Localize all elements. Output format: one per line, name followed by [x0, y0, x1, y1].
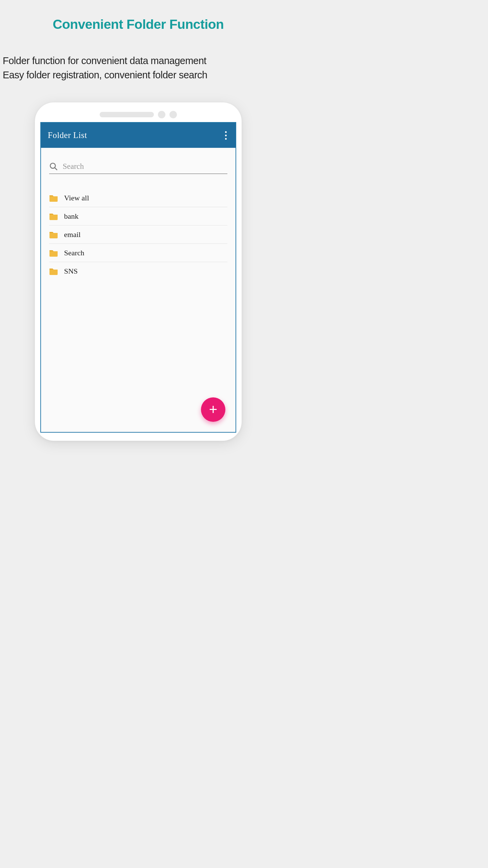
folder-icon — [49, 249, 58, 257]
speaker-bar — [100, 112, 154, 117]
add-folder-button[interactable]: + — [201, 397, 225, 422]
folder-item-bank[interactable]: bank — [49, 207, 227, 225]
more-menu-button[interactable] — [223, 129, 229, 142]
search-input[interactable]: Search — [49, 162, 227, 174]
folder-list: View all bank email — [49, 189, 227, 280]
phone-frame: Folder List Search View a — [35, 102, 242, 441]
folder-item-search[interactable]: Search — [49, 244, 227, 262]
folder-label: Search — [64, 249, 84, 257]
description-line-2: Easy folder registration, convenient fol… — [3, 68, 274, 82]
app-bar: Folder List — [41, 123, 236, 148]
folder-icon — [49, 194, 58, 202]
camera-dot — [169, 111, 177, 118]
description-block: Folder function for convenient data mana… — [0, 54, 277, 82]
folder-icon — [49, 268, 58, 275]
folder-label: bank — [64, 212, 79, 221]
search-icon — [49, 162, 58, 171]
folder-item-email[interactable]: email — [49, 225, 227, 244]
folder-label: SNS — [64, 267, 78, 276]
page-title: Convenient Folder Function — [0, 17, 277, 32]
svg-line-1 — [55, 167, 57, 170]
sensor-dot — [158, 111, 165, 118]
folder-item-view-all[interactable]: View all — [49, 189, 227, 207]
folder-label: email — [64, 230, 81, 239]
description-line-1: Folder function for convenient data mana… — [3, 54, 274, 68]
folder-icon — [49, 213, 58, 220]
search-placeholder: Search — [63, 162, 84, 171]
folder-icon — [49, 231, 58, 238]
app-bar-title: Folder List — [48, 131, 87, 140]
folder-label: View all — [64, 194, 89, 202]
folder-item-sns[interactable]: SNS — [49, 262, 227, 280]
phone-notch — [40, 107, 236, 122]
phone-screen: Folder List Search View a — [40, 122, 236, 433]
plus-icon: + — [209, 402, 218, 417]
